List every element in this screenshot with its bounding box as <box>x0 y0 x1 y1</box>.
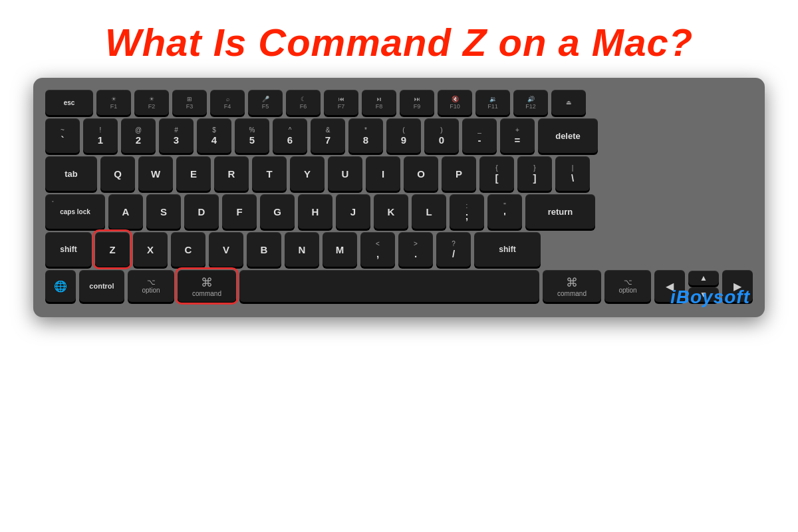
key-f5[interactable]: 🎤F5 <box>248 90 283 115</box>
key-k[interactable]: K <box>374 194 408 229</box>
key-b[interactable]: B <box>247 232 281 267</box>
key-f4[interactable]: ⌕F4 <box>210 90 245 115</box>
key-period[interactable]: >. <box>398 232 433 267</box>
key-v[interactable]: V <box>209 232 243 267</box>
key-equals[interactable]: += <box>500 118 535 153</box>
key-rbracket[interactable]: }] <box>517 156 552 191</box>
page-title: What Is Command Z on a Mac? <box>92 0 706 78</box>
key-f12[interactable]: 🔊F12 <box>513 90 548 115</box>
key-f2[interactable]: ☀F2 <box>134 90 169 115</box>
key-esc[interactable]: esc <box>45 90 93 115</box>
key-backslash[interactable]: |\ <box>555 156 590 191</box>
key-delete[interactable]: delete <box>538 118 598 153</box>
key-l[interactable]: L <box>412 194 446 229</box>
key-option-right[interactable]: ⌥ option <box>604 270 651 302</box>
key-n[interactable]: N <box>285 232 319 267</box>
key-j[interactable]: J <box>336 194 370 229</box>
bottom-row: 🌐 control ⌥ option ⌘ command ⌘ command ⌥… <box>45 270 753 302</box>
key-1[interactable]: !1 <box>83 118 118 153</box>
asdf-row: caps lock• A S D F G H J K L :; "' retur… <box>45 194 753 229</box>
key-q[interactable]: Q <box>100 156 135 191</box>
key-shift-right[interactable]: shift <box>474 232 541 267</box>
key-3[interactable]: #3 <box>159 118 194 153</box>
key-arrow-up[interactable]: ▲ <box>688 271 719 285</box>
key-d[interactable]: D <box>184 194 219 229</box>
key-a[interactable]: A <box>108 194 143 229</box>
key-e[interactable]: E <box>176 156 211 191</box>
key-f6[interactable]: ☾F6 <box>286 90 321 115</box>
key-return[interactable]: return <box>525 194 595 229</box>
key-9[interactable]: (9 <box>386 118 421 153</box>
key-0[interactable]: )0 <box>424 118 459 153</box>
key-capslock[interactable]: caps lock• <box>45 194 105 229</box>
key-minus[interactable]: _- <box>462 118 497 153</box>
key-slash[interactable]: ?/ <box>436 232 471 267</box>
key-u[interactable]: U <box>328 156 362 191</box>
key-f11[interactable]: 🔉F11 <box>475 90 510 115</box>
qwerty-row: tab Q W E R T Y U I O P {[ }] |\ <box>45 156 753 191</box>
key-p[interactable]: P <box>442 156 476 191</box>
key-4[interactable]: $4 <box>197 118 231 153</box>
keyboard: esc ☀F1 ☀F2 ⊞F3 ⌕F4 🎤F5 ☾F6 ⏮F7 ⏯F8 ⏭F9 … <box>33 78 765 317</box>
key-8[interactable]: *8 <box>348 118 383 153</box>
key-tilde[interactable]: ~` <box>45 118 80 153</box>
key-quote[interactable]: "' <box>487 194 522 229</box>
key-tab[interactable]: tab <box>45 156 97 191</box>
key-space[interactable] <box>239 270 539 302</box>
iboysoft-logo: iBoysoft <box>670 287 750 308</box>
key-lbracket[interactable]: {[ <box>479 156 514 191</box>
key-o[interactable]: O <box>404 156 438 191</box>
fn-row: esc ☀F1 ☀F2 ⊞F3 ⌕F4 🎤F5 ☾F6 ⏮F7 ⏯F8 ⏭F9 … <box>45 90 753 115</box>
key-i[interactable]: I <box>366 156 400 191</box>
key-f8[interactable]: ⏯F8 <box>362 90 396 115</box>
key-control[interactable]: control <box>79 270 124 302</box>
key-h[interactable]: H <box>298 194 332 229</box>
key-g[interactable]: G <box>260 194 295 229</box>
key-m[interactable]: M <box>323 232 357 267</box>
key-w[interactable]: W <box>138 156 173 191</box>
key-globe[interactable]: 🌐 <box>45 270 76 302</box>
key-r[interactable]: R <box>214 156 249 191</box>
key-6[interactable]: ^6 <box>273 118 307 153</box>
key-power[interactable]: ⏏ <box>551 90 586 115</box>
key-x[interactable]: X <box>133 232 168 267</box>
key-f10[interactable]: 🔇F10 <box>438 90 472 115</box>
number-row: ~` !1 @2 #3 $4 %5 ^6 &7 *8 (9 )0 _- += d… <box>45 118 753 153</box>
key-f1[interactable]: ☀F1 <box>96 90 131 115</box>
key-command-left[interactable]: ⌘ command <box>178 270 236 302</box>
key-command-right[interactable]: ⌘ command <box>543 270 601 302</box>
key-f9[interactable]: ⏭F9 <box>400 90 434 115</box>
key-c[interactable]: C <box>171 232 205 267</box>
key-shift-left[interactable]: shift <box>45 232 92 267</box>
key-option-left[interactable]: ⌥ option <box>128 270 174 302</box>
key-2[interactable]: @2 <box>121 118 156 153</box>
key-y[interactable]: Y <box>290 156 325 191</box>
key-7[interactable]: &7 <box>311 118 345 153</box>
key-semicolon[interactable]: :; <box>450 194 484 229</box>
key-t[interactable]: T <box>252 156 287 191</box>
key-5[interactable]: %5 <box>235 118 269 153</box>
key-f3[interactable]: ⊞F3 <box>172 90 207 115</box>
key-f[interactable]: F <box>222 194 257 229</box>
zxcv-row: shift Z X C V B N M <, >. ?/ shift <box>45 232 753 267</box>
key-s[interactable]: S <box>146 194 181 229</box>
key-comma[interactable]: <, <box>360 232 395 267</box>
key-z[interactable]: Z <box>95 232 130 267</box>
key-f7[interactable]: ⏮F7 <box>324 90 358 115</box>
